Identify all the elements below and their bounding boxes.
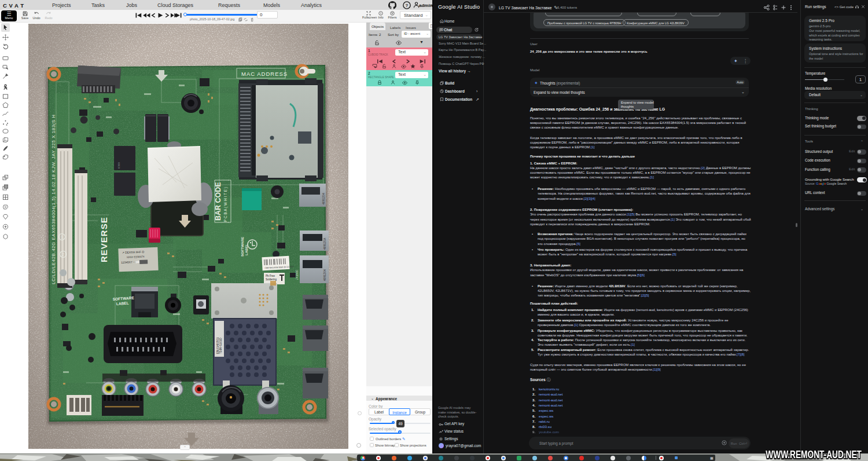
svg-text:?: ? [406, 3, 409, 8]
svg-text:4091Z04: 4091Z04 [322, 193, 325, 204]
svg-text:LC/LD/LE42B.42G EAX65384004(1.: LC/LD/LE42B.42G EAX65384004(1.5) 14.02.1… [51, 114, 56, 284]
svg-text:4091Z0A: 4091Z0A [323, 237, 326, 250]
svg-text:P C B A ( W H I T E ): P C B A ( W H I T E ) [223, 187, 228, 222]
svg-text:Soldering: Soldering [266, 278, 277, 281]
svg-text:TDJM-G101D: TDJM-G101D [219, 337, 222, 354]
svg-text:MAC ADDRESS: MAC ADDRESS [241, 71, 288, 77]
svg-text:4091Z04: 4091Z04 [323, 269, 326, 281]
svg-text:BAR CODE: BAR CODE [214, 182, 222, 221]
svg-text:IC309: IC309 [117, 162, 120, 168]
svg-text:SOFTWARE: SOFTWARE [241, 237, 244, 257]
svg-text:LABEL: LABEL [245, 243, 248, 255]
svg-text:2: 2 [62, 253, 64, 257]
svg-text:REVERSE: REVERSE [99, 217, 109, 262]
svg-text:Pb Free: Pb Free [266, 275, 275, 277]
svg-text:1: 1 [61, 235, 63, 239]
svg-text:JK1500: JK1500 [295, 269, 299, 279]
